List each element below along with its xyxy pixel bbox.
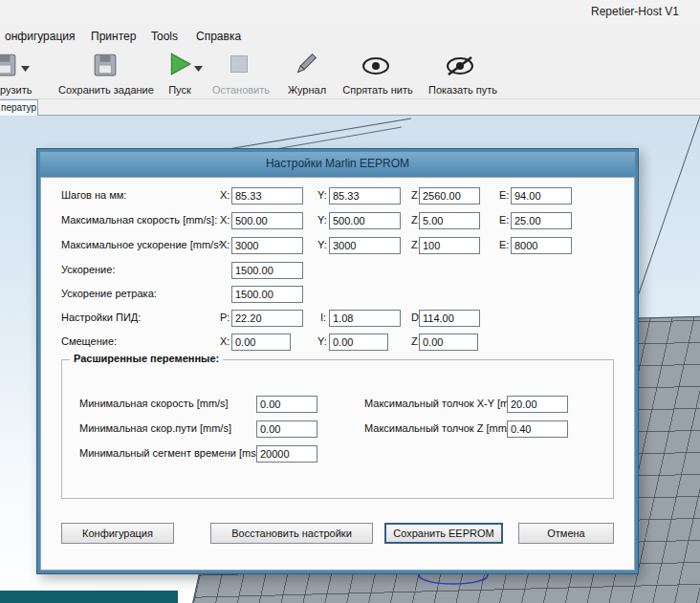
steps-label: Шагов на мм: [61,189,126,201]
max-jerk-z-input[interactable] [507,420,568,438]
steps-e-input[interactable] [511,187,572,205]
min-speed-input[interactable] [256,396,317,413]
steps-y-input[interactable] [329,187,401,205]
offset-label: Смещение: [61,335,117,347]
max-speed-z-input[interactable] [419,212,480,229]
hide-filament-label[interactable]: Спрятать нить [335,84,421,96]
show-travel-eye-slash-icon[interactable] [446,56,474,75]
load-dropdown-icon[interactable] [21,66,30,72]
min-travel-label: Минимальная скор.пути [mm/s] [79,422,231,434]
bottom-panel-strip [0,591,178,603]
eeprom-dialog: Настройки Marlin EEPROM Шагов на мм: X: … [36,148,639,574]
max-speed-x-axis-label: X: [220,214,230,226]
max-speed-x-input[interactable] [231,212,303,229]
start-label[interactable]: Пуск [163,84,197,96]
max-accel-label: Максимальное ускорение [mm/s² [61,239,222,250]
min-travel-input[interactable] [256,420,317,438]
max-accel-e-input[interactable] [511,237,572,254]
load-label[interactable]: рузить [0,84,38,96]
min-segment-input[interactable] [256,445,317,463]
steps-x-input[interactable] [231,187,303,205]
start-icon[interactable] [167,52,192,76]
steps-e-axis-label: E: [499,189,509,201]
max-speed-e-input[interactable] [511,212,572,229]
config-button[interactable]: Конфигурация [61,523,174,544]
pid-label: Настройки ПИД: [61,312,141,323]
offset-z-input[interactable] [419,334,478,351]
max-jerk-z-label: Максимальный толчок Z [mm/ [364,422,510,434]
offset-x-axis-label: X: [220,335,230,347]
menu-item-config[interactable]: онфигурация [0,27,80,46]
max-accel-x-input[interactable] [231,237,303,254]
restore-settings-button[interactable]: Восстановить настройки [210,523,373,544]
pid-i-label: I: [320,312,326,323]
retract-accel-input[interactable] [231,286,303,303]
max-accel-x-axis-label: X: [220,239,230,250]
stop-label: Остановить [209,84,273,96]
dialog-body: Шагов на мм: X: Y: Z: E: Максимальная ск… [40,177,635,571]
pid-i-input[interactable] [329,310,401,327]
cancel-button[interactable]: Отмена [518,523,614,544]
max-accel-y-input[interactable] [329,237,401,254]
start-dropdown-icon[interactable] [194,66,203,72]
advanced-groupbox: Расширенные переменные: Минимальная скор… [61,359,614,499]
load-icon[interactable] [0,53,17,77]
pid-p-input[interactable] [231,310,303,327]
advanced-legend: Расширенные переменные: [70,353,223,364]
tab-strip: ператур [0,99,700,116]
max-jerk-xy-input[interactable] [507,396,568,413]
window-titlebar[interactable]: Repetier-Host V1 [0,0,700,24]
log-pencil-icon[interactable] [294,52,318,76]
max-accel-e-axis-label: E: [499,239,509,250]
min-segment-label: Минимальный сегмент времени [ms] [79,447,259,459]
window-title: Repetier-Host V1 [591,5,679,18]
toolbar: рузить Сохранить задание Пуск Остановить… [0,45,700,99]
save-eeprom-button[interactable]: Сохранить EEPROM [384,523,503,544]
offset-x-input[interactable] [231,334,291,351]
min-speed-label: Минимальная скорость [mm/s] [79,398,229,409]
save-job-label[interactable]: Сохранить задание [55,84,157,96]
log-label[interactable]: Журнал [283,84,331,96]
accel-label: Ускорение: [61,264,115,275]
steps-y-axis-label: Y: [317,189,327,201]
offset-y-axis-label: Y: [317,335,327,347]
menu-item-help[interactable]: Справка [191,27,246,46]
dialog-title[interactable]: Настройки Marlin EEPROM [40,152,635,177]
accel-input[interactable] [231,262,303,279]
offset-y-input[interactable] [329,334,388,351]
pid-d-input[interactable] [419,310,480,327]
max-jerk-xy-label: Максимальный толчок X-Y [mm [364,398,517,409]
max-accel-z-input[interactable] [419,237,480,254]
show-travel-label[interactable]: Показать путь [421,84,505,96]
max-speed-y-axis-label: Y: [317,214,327,226]
max-speed-e-axis-label: E: [499,214,509,226]
stop-icon [230,55,248,73]
max-accel-y-axis-label: Y: [317,239,327,250]
save-job-icon[interactable] [93,53,118,77]
menu-item-printer[interactable]: Принтер [86,27,141,46]
max-speed-label: Максимальная скорость [mm/s]: [61,214,217,226]
retract-accel-label: Ускорение ретрака: [61,288,157,299]
steps-z-input[interactable] [419,187,480,205]
pid-p-label: P: [220,312,230,323]
menu-bar: онфигурация Принтер Tools Справка [0,24,700,45]
max-speed-y-input[interactable] [329,212,401,229]
steps-x-axis-label: X: [220,189,230,201]
tab-temperature[interactable]: ператур [0,99,38,116]
menu-item-tools[interactable]: Tools [146,27,183,46]
hide-filament-eye-icon[interactable] [361,56,390,75]
